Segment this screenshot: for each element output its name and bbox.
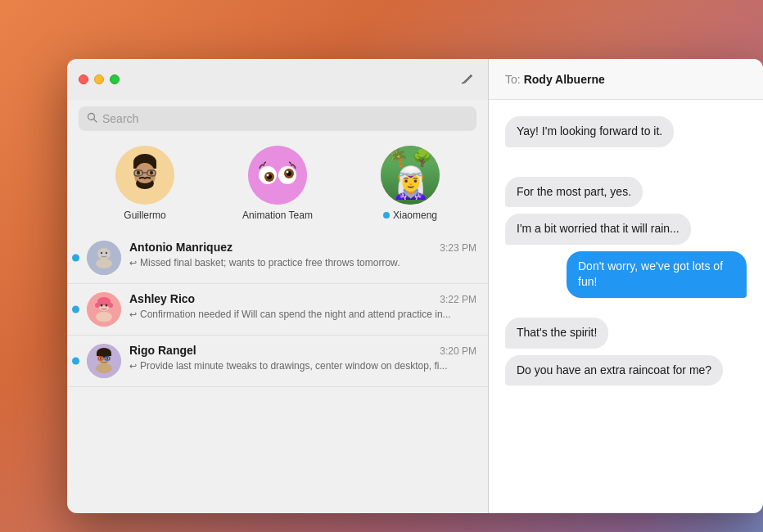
msg-header-ashley: Ashley Rico 3:22 PM bbox=[129, 292, 476, 305]
msg-preview-text-rigo: Provide last minute tweaks to drawings, … bbox=[140, 359, 448, 373]
msg-preview-text-ashley: Confirmation needed if Will can spend th… bbox=[140, 308, 451, 322]
msg-header-antonio: Antonio Manriquez 3:23 PM bbox=[129, 241, 476, 254]
msg-content-antonio: Antonio Manriquez 3:23 PM ↩ Missed final… bbox=[129, 241, 476, 270]
svg-point-30 bbox=[96, 312, 112, 322]
svg-point-10 bbox=[150, 171, 153, 175]
pinned-contact-xiaomeng[interactable]: 🌴 🌳 🧝‍♀️ Xiaomeng bbox=[369, 146, 451, 221]
message-bubble-4: Don't worry, we've got lots of fun! bbox=[567, 251, 747, 298]
message-bubble-6: Do you have an extra raincoat for me? bbox=[505, 355, 723, 386]
title-bar bbox=[67, 59, 488, 100]
right-panel: To: Rody Albuerne Yay! I'm looking forwa… bbox=[489, 59, 763, 513]
messages-list: Antonio Manriquez 3:23 PM ↩ Missed final… bbox=[67, 232, 488, 513]
compose-button[interactable] bbox=[458, 70, 476, 88]
left-panel: Search bbox=[67, 59, 489, 513]
msg-header-rigo: Rigo Rangel 3:20 PM bbox=[129, 344, 476, 357]
traffic-lights bbox=[79, 74, 120, 84]
message-item-antonio[interactable]: Antonio Manriquez 3:23 PM ↩ Missed final… bbox=[67, 232, 488, 284]
svg-point-9 bbox=[137, 171, 140, 175]
spacer-1 bbox=[505, 154, 747, 170]
reply-icon-ashley: ↩ bbox=[129, 309, 137, 321]
reply-icon-rigo: ↩ bbox=[129, 360, 137, 372]
search-bar[interactable]: Search bbox=[79, 106, 476, 131]
msg-sender-antonio: Antonio Manriquez bbox=[129, 241, 233, 254]
avatar-wrapper-guillermo bbox=[115, 146, 174, 205]
avatar-xiaomeng: 🌴 🌳 🧝‍♀️ bbox=[381, 146, 440, 205]
avatar-antonio bbox=[87, 241, 121, 275]
svg-point-39 bbox=[96, 363, 112, 373]
contact-name-guillermo: Guillermo bbox=[124, 210, 165, 221]
svg-line-1 bbox=[94, 119, 97, 123]
msg-preview-ashley: ↩ Confirmation needed if Will can spend … bbox=[129, 308, 476, 322]
message-item-ashley[interactable]: Ashley Rico 3:22 PM ↩ Confirmation neede… bbox=[67, 284, 488, 336]
pinned-contacts: Guillermo bbox=[67, 138, 488, 232]
contact-name-xiaomeng: Xiaomeng bbox=[383, 210, 437, 221]
avatar-wrapper-animation-team bbox=[248, 146, 307, 205]
spacer-2 bbox=[505, 304, 747, 311]
to-label: To: bbox=[505, 73, 521, 86]
message-bubble-1: Yay! I'm looking forward to it. bbox=[505, 116, 674, 147]
chat-messages: Yay! I'm looking forward to it. For the … bbox=[489, 100, 763, 513]
unread-indicator-rigo bbox=[72, 358, 79, 365]
msg-sender-ashley: Ashley Rico bbox=[129, 292, 195, 305]
avatar-animation-team bbox=[248, 146, 307, 205]
avatar-rigo bbox=[87, 344, 121, 378]
reply-icon-antonio: ↩ bbox=[129, 257, 137, 269]
svg-point-35 bbox=[101, 304, 103, 307]
msg-content-ashley: Ashley Rico 3:22 PM ↩ Confirmation neede… bbox=[129, 292, 476, 322]
svg-point-21 bbox=[287, 171, 289, 174]
msg-time-antonio: 3:23 PM bbox=[440, 242, 476, 254]
svg-point-25 bbox=[98, 250, 110, 257]
contact-name-animation-team: Animation Team bbox=[242, 210, 313, 221]
unread-indicator-antonio bbox=[72, 255, 79, 262]
msg-preview-antonio: ↩ Missed final basket; wants to practice… bbox=[129, 256, 476, 270]
svg-point-18 bbox=[267, 174, 269, 177]
svg-point-26 bbox=[101, 252, 102, 254]
msg-time-rigo: 3:20 PM bbox=[440, 345, 476, 357]
svg-point-36 bbox=[106, 304, 108, 307]
unread-indicator-ashley bbox=[72, 306, 79, 313]
chat-header: To: Rody Albuerne bbox=[489, 59, 763, 100]
chat-recipient: Rody Albuerne bbox=[524, 73, 605, 86]
svg-point-45 bbox=[100, 358, 102, 359]
svg-point-33 bbox=[95, 303, 100, 308]
message-bubble-5: That's the spirit! bbox=[505, 318, 608, 349]
avatar-guillermo bbox=[115, 146, 174, 205]
search-icon bbox=[87, 112, 97, 125]
message-item-rigo[interactable]: Rigo Rangel 3:20 PM ↩ Provide last minut… bbox=[67, 336, 488, 387]
close-button[interactable] bbox=[79, 74, 88, 84]
msg-preview-rigo: ↩ Provide last minute tweaks to drawings… bbox=[129, 359, 476, 373]
pinned-contact-animation-team[interactable]: Animation Team bbox=[237, 146, 318, 221]
avatar-wrapper-xiaomeng: 🌴 🌳 🧝‍♀️ bbox=[381, 146, 440, 205]
message-bubble-3: I'm a bit worried that it will rain... bbox=[505, 214, 691, 245]
msg-content-rigo: Rigo Rangel 3:20 PM ↩ Provide last minut… bbox=[129, 344, 476, 373]
search-placeholder: Search bbox=[102, 112, 138, 125]
avatar-ashley bbox=[87, 292, 121, 327]
pinned-contact-guillermo[interactable]: Guillermo bbox=[104, 146, 186, 221]
svg-point-27 bbox=[106, 252, 107, 254]
svg-point-24 bbox=[96, 259, 112, 268]
message-bubble-2: For the most part, yes. bbox=[505, 177, 643, 208]
messages-window: Search bbox=[67, 59, 763, 513]
svg-rect-41 bbox=[97, 353, 111, 356]
online-indicator-xiaomeng bbox=[383, 212, 390, 219]
svg-point-46 bbox=[106, 358, 108, 359]
msg-sender-rigo: Rigo Rangel bbox=[129, 344, 196, 357]
msg-preview-text-antonio: Missed final basket; wants to practice f… bbox=[140, 256, 400, 270]
svg-point-13 bbox=[248, 146, 307, 205]
maximize-button[interactable] bbox=[110, 74, 120, 84]
minimize-button[interactable] bbox=[94, 74, 104, 84]
msg-time-ashley: 3:22 PM bbox=[440, 294, 476, 305]
svg-point-34 bbox=[108, 303, 113, 308]
